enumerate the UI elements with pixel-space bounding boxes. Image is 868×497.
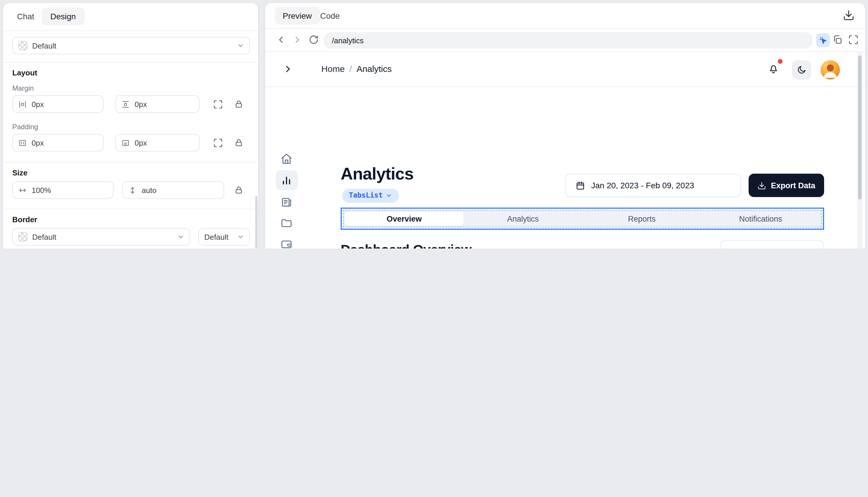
size-section-title: Size <box>12 168 28 177</box>
tabs-bar: Overview Analytics Reports Notifications <box>343 210 822 227</box>
design-panel: Chat Design Default Layout Margin 0px 0p… <box>2 2 259 248</box>
sidebar-wallet-icon[interactable] <box>280 238 293 248</box>
breadcrumb-home[interactable]: Home <box>321 64 345 74</box>
breadcrumb: Home / Analytics <box>321 64 391 74</box>
page-title: Analytics <box>341 164 414 184</box>
forward-icon[interactable] <box>292 34 304 46</box>
tab-overview[interactable]: Overview <box>345 212 464 226</box>
width-icon <box>18 186 27 195</box>
date-range-picker[interactable]: Jan 20, 2023 - Feb 09, 2023 <box>565 174 741 197</box>
swatch-icon <box>18 232 28 241</box>
size-lock-icon[interactable] <box>232 184 245 197</box>
user-avatar[interactable] <box>821 60 840 80</box>
breadcrumb-current: Analytics <box>356 64 391 74</box>
width-input[interactable]: 100% <box>12 181 113 199</box>
theme-toggle-button[interactable] <box>792 60 811 80</box>
select-mode-button[interactable] <box>816 33 830 47</box>
sidebar-newspaper-icon[interactable] <box>280 196 293 209</box>
tab-chat[interactable]: Chat <box>17 12 34 21</box>
back-icon[interactable] <box>276 34 287 46</box>
height-input[interactable]: auto <box>122 181 224 199</box>
element-style-select[interactable]: Default <box>12 37 250 54</box>
margin-x-input[interactable]: 0px <box>12 95 104 113</box>
download-icon[interactable] <box>843 9 856 22</box>
copy-icon[interactable] <box>832 34 844 46</box>
padding-x-input[interactable]: 0px <box>12 134 104 152</box>
design-panel-header: Chat Design <box>3 3 258 31</box>
download-icon <box>757 181 766 190</box>
fullscreen-icon[interactable] <box>848 34 860 46</box>
divider <box>3 162 258 162</box>
calendar-icon <box>575 180 585 190</box>
design-panel-scrollbar[interactable] <box>255 196 258 248</box>
tab-code[interactable]: Code <box>320 11 340 20</box>
margin-label: Margin <box>12 84 34 93</box>
bell-icon[interactable] <box>767 62 780 75</box>
padding-y-input[interactable]: 0px <box>115 134 199 152</box>
tabslist-selection-outline[interactable]: Overview Analytics Reports Notifications <box>341 208 824 230</box>
tab-preview[interactable]: Preview <box>275 7 320 25</box>
border-section-title: Border <box>12 215 37 224</box>
compare-label: Compare to: <box>661 247 709 248</box>
tab-analytics[interactable]: Analytics <box>464 212 582 226</box>
height-icon <box>128 186 137 195</box>
border-style-select[interactable]: Default <box>198 228 250 245</box>
chevron-down-icon <box>386 192 392 199</box>
padding-expand-icon[interactable] <box>211 136 224 149</box>
margin-y-icon <box>121 100 130 109</box>
compare-select[interactable]: Previous Month <box>720 240 824 248</box>
padding-label: Padding <box>12 123 38 131</box>
sidebar-toggle-icon[interactable] <box>283 64 293 74</box>
preview-scrollbar-thumb[interactable] <box>858 56 862 199</box>
tab-design[interactable]: Design <box>42 8 85 25</box>
sidebar-analytics-icon[interactable] <box>280 174 293 186</box>
sidebar-folder-icon[interactable] <box>280 217 293 230</box>
chevron-down-icon <box>177 233 184 240</box>
margin-lock-icon[interactable] <box>232 98 245 111</box>
margin-y-input[interactable]: 0px <box>115 95 199 113</box>
preview-panel: Preview Code /analytics Home / Analytics <box>264 2 866 248</box>
divider <box>3 209 258 209</box>
swatch-icon <box>18 41 28 50</box>
padding-x-icon <box>18 138 27 147</box>
margin-x-icon <box>18 100 27 109</box>
section-title: Dashboard Overview <box>341 242 471 248</box>
chevron-down-icon <box>237 42 244 49</box>
tab-notifications[interactable]: Notifications <box>701 212 820 226</box>
chevron-down-icon <box>237 233 244 240</box>
layout-section-title: Layout <box>12 68 37 77</box>
refresh-icon[interactable] <box>308 34 320 46</box>
border-color-select[interactable]: Default <box>12 228 190 245</box>
address-bar-row: /analytics <box>265 29 865 52</box>
app-header: Home / Analytics <box>265 52 866 87</box>
export-data-button[interactable]: Export Data <box>748 174 824 197</box>
tab-reports[interactable]: Reports <box>582 212 701 226</box>
v0-workspace: Chat Design Default Layout Margin 0px 0p… <box>0 0 868 248</box>
margin-expand-icon[interactable] <box>211 98 224 111</box>
padding-y-icon <box>121 138 130 147</box>
sidebar-home-icon[interactable] <box>280 153 293 166</box>
element-style-value: Default <box>32 41 56 50</box>
padding-lock-icon[interactable] <box>232 136 245 149</box>
divider <box>3 62 258 62</box>
selected-component-badge[interactable]: TabsList <box>342 189 399 202</box>
preview-viewport: Home / Analytics <box>265 52 866 248</box>
chevron-down-icon <box>808 247 815 248</box>
moon-icon <box>797 65 807 75</box>
pointer-sparkle-icon <box>818 36 827 45</box>
preview-toolbar: Preview Code <box>265 3 865 29</box>
url-input[interactable]: /analytics <box>324 32 813 48</box>
notification-dot <box>778 59 783 64</box>
